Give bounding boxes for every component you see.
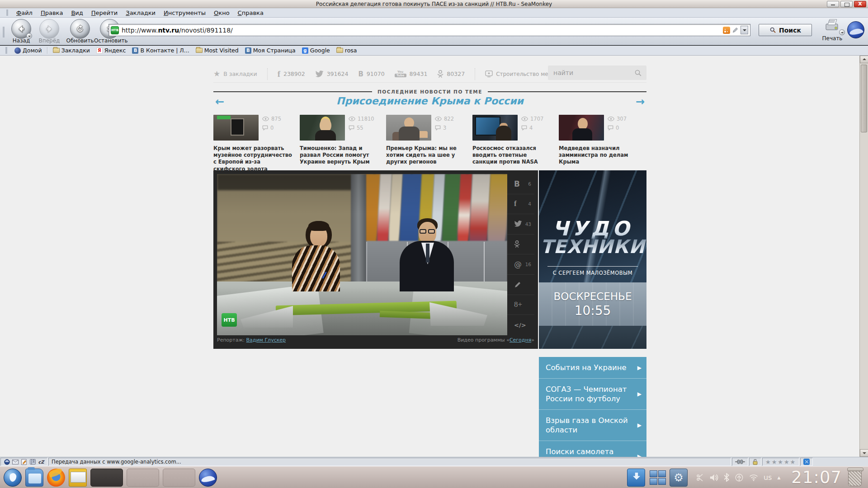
mail-icon[interactable]	[12, 459, 19, 465]
minimize-button[interactable]	[827, 1, 839, 7]
desktop-pager[interactable]	[650, 470, 666, 485]
menu-edit[interactable]: Правка	[37, 9, 67, 17]
toolbar-grippy[interactable]	[6, 9, 9, 16]
news-item[interactable]: 11810 55 Тимошенко: Запад и развал Росси…	[300, 115, 386, 173]
toolbar-grippy[interactable]	[5, 47, 9, 54]
back-button[interactable]: Назад	[8, 19, 34, 44]
task-button[interactable]	[127, 469, 159, 487]
task-button-active[interactable]	[90, 469, 123, 487]
scrollbar-thumb[interactable]	[861, 65, 867, 132]
volume-icon[interactable]	[709, 474, 718, 482]
taskbar-clock[interactable]: 21:07	[791, 468, 842, 487]
bookmark-rosa[interactable]: rosa	[333, 46, 360, 55]
bookmark-home[interactable]: Домой	[11, 46, 45, 55]
vertical-scrollbar[interactable]	[859, 56, 868, 457]
youtube-counter[interactable]: YouTube 89431	[395, 70, 428, 78]
share-moimir-button[interactable]: @16	[507, 254, 534, 275]
wifi-icon[interactable]	[749, 474, 758, 481]
menu-go[interactable]: Перейти	[87, 9, 122, 17]
page-rating-stars[interactable]: ★★★★★	[762, 458, 799, 466]
news-caption[interactable]: Крым может разорвать музейное сотрудниче…	[213, 145, 300, 173]
edit-pencil-icon[interactable]	[732, 27, 739, 33]
offline-status-icon[interactable]	[732, 458, 748, 466]
topic-link-malaysia[interactable]: Поиски самолета Malaysia Airlines▶	[539, 441, 646, 457]
site-search-input[interactable]	[548, 66, 646, 80]
bookmark-folder-bookmarks[interactable]: Закладки	[50, 46, 93, 55]
topic-link-ukraine[interactable]: События на Украине▶	[539, 357, 646, 379]
share-googleplus-button[interactable]: 8+	[507, 295, 534, 315]
start-menu-button[interactable]	[4, 469, 22, 487]
addressbook-icon[interactable]	[29, 459, 36, 465]
clipboard-scissors-icon[interactable]	[696, 474, 704, 482]
file-manager-launcher[interactable]	[25, 469, 43, 487]
task-button[interactable]	[163, 469, 195, 487]
news-thumbnail[interactable]	[386, 115, 431, 141]
chudo-tehniki-banner[interactable]: ЧУДО ТЕХНИКИ С СЕРГЕЕМ МАЛОЗЁМОВЫМ ВОСКР…	[539, 170, 646, 349]
url-bar[interactable]: НТВ http://www.ntv.ru/novosti/891118/	[108, 24, 750, 36]
bookmark-yandex[interactable]: Я Яндекс	[93, 46, 129, 55]
twitter-counter[interactable]: 391624	[315, 70, 349, 78]
news-item[interactable]: 875 0 Крым может разорвать музейное сотр…	[213, 115, 300, 173]
news-item[interactable]: 307 0 Медведев назначил замминистра по д…	[559, 115, 645, 173]
keyboard-layout-indicator[interactable]: us	[764, 473, 772, 482]
forward-button[interactable]: Вперёд	[36, 19, 62, 44]
topic-link-omsk[interactable]: Взрыв газа в Омской области▶	[539, 410, 646, 441]
scroll-down-icon[interactable]	[860, 449, 868, 457]
menu-tools[interactable]: Инструменты	[160, 9, 210, 17]
tray-expand-icon[interactable]: ▲	[777, 475, 780, 480]
seamonkey-task-icon[interactable]	[199, 469, 217, 487]
vk-counter[interactable]: В 91070	[358, 70, 384, 78]
menu-file[interactable]: Файл	[12, 9, 37, 17]
news-caption[interactable]: Тимошенко: Запад и развал России помогут…	[300, 145, 386, 166]
bookmark-my-page[interactable]: В Моя Страница	[242, 46, 299, 55]
navigator-icon[interactable]	[4, 459, 10, 465]
bookmark-most-visited[interactable]: Most Visited	[193, 46, 242, 55]
share-twitter-button[interactable]: 43	[507, 214, 534, 235]
share-embed-button[interactable]: </>	[507, 315, 534, 335]
news-thumbnail[interactable]	[472, 115, 518, 141]
share-facebook-button[interactable]: f4	[507, 194, 534, 215]
url-dropdown-button[interactable]	[741, 26, 748, 34]
reporter-link[interactable]: Вадим Глускер	[246, 337, 286, 343]
share-vk-button[interactable]: В6	[507, 174, 534, 194]
facebook-counter[interactable]: f 238902	[278, 70, 305, 78]
topic-link-sogaz[interactable]: СОГАЗ — Чемпионат России по футболу▶	[539, 379, 646, 410]
url-text[interactable]: http://www.ntv.ru/novosti/891118/	[122, 27, 723, 34]
news-item[interactable]: 822 3 Премьер Крыма: мы не хотим сидеть …	[386, 115, 472, 173]
news-caption[interactable]: Роскосмос отказался вводить ответные сан…	[472, 145, 559, 166]
news-caption[interactable]: Медведев назначил замминистра по делам К…	[559, 145, 645, 166]
menu-window[interactable]: Окно	[210, 9, 234, 17]
news-thumbnail[interactable]	[213, 115, 259, 141]
mail-launcher[interactable]	[69, 469, 87, 487]
toolbar-grippy[interactable]	[3, 27, 6, 38]
add-bookmark-link[interactable]: ★ В закладки	[213, 70, 257, 78]
search-button[interactable]: Поиск	[759, 24, 812, 36]
firefox-launcher[interactable]	[47, 469, 65, 487]
chatzilla-icon[interactable]: cZ	[38, 459, 44, 465]
composer-icon[interactable]	[21, 459, 27, 465]
seamonkey-throbber-icon[interactable]	[847, 21, 864, 38]
odnoklassniki-counter[interactable]: 80327	[437, 70, 465, 78]
menu-view[interactable]: Вид	[67, 9, 87, 17]
back-dropdown[interactable]	[26, 33, 32, 39]
topic-title[interactable]: Присоединение Крыма к России	[213, 95, 646, 107]
menu-help[interactable]: Справка	[234, 9, 268, 17]
share-link-button[interactable]	[507, 275, 534, 295]
scroll-up-icon[interactable]	[860, 56, 868, 63]
bluetooth-icon[interactable]	[724, 473, 729, 482]
menu-bookmarks[interactable]: Закладки	[122, 9, 160, 17]
close-button[interactable]	[854, 1, 866, 7]
sync-status-icon[interactable]: ⤫	[800, 458, 813, 466]
restore-button[interactable]	[840, 1, 853, 7]
program-link[interactable]: Сегодня	[509, 337, 531, 343]
print-dropdown[interactable]	[839, 29, 845, 35]
carousel-prev-icon[interactable]: ←	[215, 96, 224, 107]
downloads-tray-icon[interactable]	[627, 469, 645, 487]
carousel-next-icon[interactable]: →	[636, 96, 645, 107]
rss-feed-icon[interactable]	[723, 27, 730, 34]
video-player[interactable]: НТВ	[217, 174, 507, 335]
control-center-icon[interactable]: ⚙	[670, 469, 688, 487]
usb-icon[interactable]	[735, 474, 744, 482]
bookmark-google[interactable]: g Google	[299, 46, 333, 55]
security-lock-icon[interactable]	[749, 458, 761, 466]
